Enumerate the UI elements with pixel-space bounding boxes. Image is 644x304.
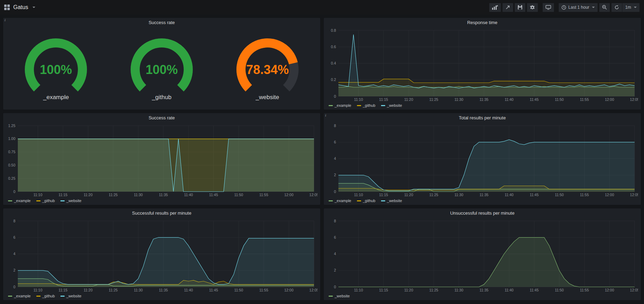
- legend-item-_website[interactable]: _website: [381, 103, 402, 107]
- svg-text:6: 6: [13, 235, 15, 239]
- legend-label: _example: [335, 199, 351, 203]
- legend-item-_example[interactable]: _example: [8, 294, 31, 298]
- legend-item-_website[interactable]: _website: [60, 199, 81, 203]
- chart-canvas: 11:1011:1511:2011:2511:3011:3511:4011:45…: [325, 217, 638, 293]
- svg-text:11:30: 11:30: [454, 288, 463, 292]
- svg-text:11:10: 11:10: [354, 193, 363, 197]
- svg-text:11:50: 11:50: [555, 97, 564, 102]
- legend-item-_website[interactable]: _website: [381, 199, 402, 203]
- panel-title[interactable]: Success rate: [3, 18, 320, 26]
- response-time-chart[interactable]: 11:1011:1511:2011:2511:3011:3511:4011:45…: [325, 27, 638, 103]
- legend-item-_website[interactable]: _website: [329, 294, 350, 298]
- svg-text:11:25: 11:25: [109, 193, 118, 197]
- chart-legend: _website: [324, 293, 641, 300]
- settings-button[interactable]: [527, 3, 538, 12]
- svg-text:11:15: 11:15: [379, 193, 388, 197]
- dashboard-title[interactable]: Gatus: [13, 4, 28, 10]
- panel-unsuccessful-results: Unsuccessful results per minute 11:1011:…: [323, 208, 641, 301]
- svg-text:11:35: 11:35: [480, 193, 489, 197]
- chart-canvas: 11:1011:1511:2011:2511:3011:3511:4011:45…: [325, 27, 638, 103]
- total-results-chart[interactable]: 11:1011:1511:2011:2511:3011:3511:4011:45…: [325, 122, 638, 198]
- add-panel-button[interactable]: [489, 3, 501, 12]
- panel-info-icon[interactable]: [325, 113, 326, 117]
- svg-text:0.25: 0.25: [8, 176, 16, 180]
- legend-swatch: [329, 296, 333, 297]
- chevron-down-icon[interactable]: [32, 7, 35, 8]
- time-range-picker[interactable]: Last 1 hour: [558, 3, 598, 12]
- svg-text:12:05: 12:05: [309, 288, 317, 292]
- legend-swatch: [60, 200, 65, 201]
- unsuccessful-results-chart[interactable]: 11:1011:1511:2011:2511:3011:3511:4011:45…: [325, 217, 638, 293]
- save-icon: [518, 5, 522, 10]
- svg-text:11:50: 11:50: [234, 193, 243, 197]
- time-controls-group: Last 1 hour 1m: [558, 3, 640, 12]
- svg-text:12:05: 12:05: [630, 288, 638, 292]
- dashboard-grid-icon[interactable]: [4, 5, 10, 10]
- legend-item-_example[interactable]: _example: [329, 199, 351, 203]
- successful-results-chart[interactable]: 11:1011:1511:2011:2511:3011:3511:4011:45…: [5, 217, 317, 293]
- add-panel-icon: [492, 5, 498, 10]
- panel-info-icon[interactable]: [5, 18, 6, 22]
- svg-text:11:45: 11:45: [209, 193, 218, 197]
- svg-text:0.50: 0.50: [8, 163, 16, 167]
- legend-item-_github[interactable]: _github: [36, 294, 55, 298]
- legend-item-_github[interactable]: _github: [36, 199, 55, 203]
- dashboard: Success rate 100%_example100%_github78.3…: [0, 15, 644, 303]
- gauge-arc: 100%: [118, 34, 205, 97]
- gauges-container: 100%_example100%_github78.34%_website: [3, 26, 320, 110]
- tv-mode-button[interactable]: [542, 3, 554, 12]
- svg-text:12:05: 12:05: [630, 97, 638, 102]
- chart-canvas: 11:1011:1511:2011:2511:3011:3511:4011:45…: [5, 122, 317, 198]
- svg-text:11:40: 11:40: [505, 288, 514, 292]
- svg-text:12:00: 12:00: [605, 97, 614, 102]
- svg-text:1.00: 1.00: [8, 136, 16, 141]
- legend-item-_example[interactable]: _example: [329, 103, 351, 107]
- legend-label: _github: [363, 103, 375, 107]
- zoom-out-icon: [602, 5, 607, 10]
- panel-total-results: Total results per minute 11:1011:1511:20…: [323, 113, 641, 205]
- tv-mode-icon: [546, 5, 551, 10]
- success-rate-chart[interactable]: 11:1011:1511:2011:2511:3011:3511:4011:45…: [5, 122, 317, 198]
- legend-swatch: [381, 105, 385, 106]
- navbar: Gatus: [0, 0, 644, 15]
- gauge-_website: 78.34%_website: [224, 34, 311, 101]
- legend-item-_example[interactable]: _example: [8, 199, 31, 203]
- panel-title[interactable]: Response time: [324, 18, 641, 26]
- share-button[interactable]: [502, 3, 513, 12]
- refresh-icon: [614, 5, 619, 10]
- svg-text:0: 0: [13, 285, 15, 289]
- gauge-value: 100%: [40, 62, 72, 77]
- svg-text:11:30: 11:30: [134, 193, 143, 197]
- svg-text:11:55: 11:55: [580, 97, 589, 102]
- panel-title[interactable]: Unsuccessful results per minute: [324, 208, 641, 217]
- svg-text:11:50: 11:50: [555, 193, 564, 197]
- svg-text:11:50: 11:50: [234, 288, 243, 292]
- chart-legend: _example_github_website: [3, 198, 320, 205]
- zoom-out-button[interactable]: [599, 3, 610, 12]
- svg-text:11:45: 11:45: [530, 288, 539, 292]
- view-mode-group: [542, 3, 554, 12]
- share-icon: [505, 5, 510, 10]
- panel-title[interactable]: Total results per minute: [324, 113, 641, 121]
- svg-text:11:15: 11:15: [379, 97, 388, 102]
- legend-label: _website: [335, 294, 350, 298]
- legend-item-_website[interactable]: _website: [60, 294, 81, 298]
- refresh-button[interactable]: [611, 3, 622, 12]
- legend-item-_github[interactable]: _github: [357, 199, 375, 203]
- panel-title[interactable]: Successful results per minute: [3, 208, 320, 217]
- legend-label: _example: [14, 294, 31, 298]
- svg-text:12:00: 12:00: [605, 288, 614, 292]
- svg-text:0.4: 0.4: [331, 61, 336, 65]
- svg-text:12:05: 12:05: [630, 193, 638, 197]
- legend-item-_github[interactable]: _github: [357, 103, 375, 107]
- gauge-label: _website: [256, 94, 279, 101]
- svg-text:8: 8: [334, 124, 336, 128]
- svg-text:6: 6: [334, 235, 336, 239]
- save-button[interactable]: [514, 3, 526, 12]
- panel-title[interactable]: Success rate: [3, 113, 320, 121]
- refresh-interval-dropdown[interactable]: 1m: [622, 3, 640, 12]
- panel-response-time: Response time 11:1011:1511:2011:2511:301…: [323, 17, 641, 110]
- svg-text:11:35: 11:35: [159, 288, 168, 292]
- chart-legend: _example_github_website: [324, 103, 641, 110]
- gauge-_example: 100%_example: [12, 34, 100, 101]
